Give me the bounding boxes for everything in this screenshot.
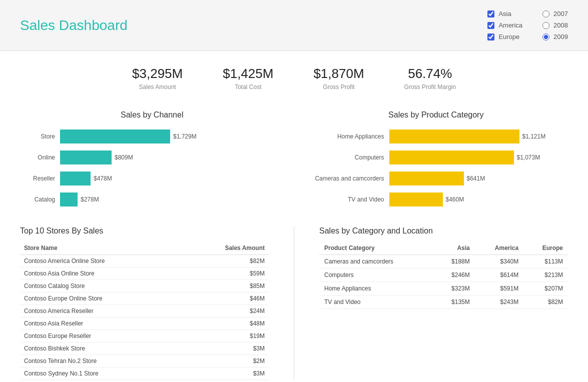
category-bar-fill-cameras xyxy=(389,172,464,186)
store-amount-cell: $48M xyxy=(182,318,269,330)
table-row: Home Appliances $323M $591M $207M xyxy=(319,282,568,296)
category-value-computers: $1,073M xyxy=(517,154,540,161)
america-checkbox[interactable] xyxy=(487,22,494,29)
kpi-row: $3,295M Sales Amount $1,425M Total Cost … xyxy=(20,66,568,90)
year-2009-label: 2009 xyxy=(553,33,568,40)
store-name-cell: Contoso America Online Store xyxy=(20,255,182,268)
channel-label-reseller: Reseller xyxy=(20,175,55,182)
store-name-cell: Contoso Europe Online Store xyxy=(20,292,182,305)
category-bar-tv: TV and Video $460M xyxy=(304,192,568,206)
year-2008-radio[interactable] xyxy=(542,22,549,29)
kpi-total-cost: $1,425M Total Cost xyxy=(223,66,273,90)
col-america: America xyxy=(475,242,523,255)
europe-checkbox[interactable] xyxy=(487,34,494,40)
category-value-appliances: $1,121M xyxy=(522,133,546,140)
europe-cell: $82M xyxy=(523,296,568,309)
store-name-cell: Contoso Asia Online Store xyxy=(20,268,182,280)
store-amount-cell: $2M xyxy=(182,355,269,368)
table-row: TV and Video $135M $243M $82M xyxy=(319,296,568,309)
category-chart-title: Sales by Product Category xyxy=(304,110,568,120)
channel-bar-store: Store $1,729M xyxy=(20,130,284,144)
year-filters: 2007 2008 2009 xyxy=(542,10,568,40)
channel-value-online: $809M xyxy=(115,154,133,161)
table-row: Contoso Asia Online Store $59M xyxy=(20,268,269,280)
channel-bar-online: Online $809M xyxy=(20,150,284,164)
filter-2007[interactable]: 2007 xyxy=(542,10,568,18)
kpi-profit-margin: 56.74% Gross Profit Margin xyxy=(404,66,456,90)
filter-asia[interactable]: Asia xyxy=(487,10,522,18)
store-amount-cell: $82M xyxy=(182,255,269,268)
filter-europe[interactable]: Europe xyxy=(487,33,522,40)
kpi-sales-label: Sales Amount xyxy=(132,84,183,90)
kpi-cost-value: $1,425M xyxy=(223,66,273,82)
category-bar-container-appliances: $1,121M xyxy=(389,130,568,144)
channel-label-catalog: Catalog xyxy=(20,196,55,203)
year-2007-radio[interactable] xyxy=(542,10,549,18)
channel-bar-catalog: Catalog $278M xyxy=(20,192,284,206)
filter-america[interactable]: America xyxy=(487,22,522,29)
kpi-profit-label: Gross Profit xyxy=(313,84,364,90)
filter-2009[interactable]: 2009 xyxy=(542,33,568,40)
channel-label-store: Store xyxy=(20,133,55,140)
kpi-profit-value: $1,870M xyxy=(313,66,364,82)
europe-cell: $207M xyxy=(523,282,568,296)
america-label: America xyxy=(498,22,522,29)
category-bar-fill-computers xyxy=(389,150,514,164)
store-amount-cell: $24M xyxy=(182,305,269,318)
channel-bar-container-store: $1,729M xyxy=(60,130,284,144)
channel-bar-fill-catalog xyxy=(60,192,78,206)
table-row: Contoso Bishkek Store $3M xyxy=(20,342,269,355)
category-value-tv: $460M xyxy=(446,196,464,203)
col-store-name: Store Name xyxy=(20,242,182,255)
table-row: Contoso Sydney No.1 Store $3M xyxy=(20,368,269,380)
america-cell: $340M xyxy=(475,255,523,268)
asia-cell: $323M xyxy=(434,282,475,296)
table-row: Contoso America Reseller $24M xyxy=(20,305,269,318)
sales-by-category-chart: Sales by Product Category Home Appliance… xyxy=(304,110,568,206)
channel-value-store: $1,729M xyxy=(173,133,197,140)
channel-bar-fill-online xyxy=(60,150,112,164)
table-row: Contoso Asia Reseller $48M xyxy=(20,318,269,330)
store-name-cell: Contoso America Reseller xyxy=(20,305,182,318)
channel-label-online: Online xyxy=(20,154,55,161)
year-2009-radio[interactable] xyxy=(542,34,549,40)
category-label-appliances: Home Appliances xyxy=(304,133,384,140)
store-amount-cell: $3M xyxy=(182,368,269,380)
europe-cell: $113M xyxy=(523,255,568,268)
region-filters: Asia America Europe xyxy=(487,10,522,40)
store-amount-cell: $59M xyxy=(182,268,269,280)
category-label-cameras: Cameras and camcorders xyxy=(304,175,384,182)
america-cell: $243M xyxy=(475,296,523,309)
category-bar-cameras: Cameras and camcorders $641M xyxy=(304,172,568,186)
europe-label: Europe xyxy=(498,33,519,40)
asia-checkbox[interactable] xyxy=(487,10,494,18)
channel-value-reseller: $478M xyxy=(94,175,112,182)
table-row: Contoso Catalog Store $85M xyxy=(20,280,269,292)
asia-cell: $188M xyxy=(434,255,475,268)
sales-by-channel-chart: Sales by Channel Store $1,729M Online $8… xyxy=(20,110,284,206)
category-location-section: Sales by Category and Location Product C… xyxy=(319,226,568,380)
section-divider xyxy=(294,226,294,380)
category-cell: Home Appliances xyxy=(319,282,434,296)
kpi-cost-label: Total Cost xyxy=(223,84,273,90)
category-bar-chart: Home Appliances $1,121M Computers $1,073… xyxy=(304,130,568,206)
category-label-computers: Computers xyxy=(304,154,384,161)
table-row: Contoso Tehran No.2 Store $2M xyxy=(20,355,269,368)
filters-panel: Asia America Europe 2007 2008 2009 xyxy=(487,10,568,40)
category-bar-container-cameras: $641M xyxy=(389,172,568,186)
top-stores-body: Contoso America Online Store $82M Contos… xyxy=(20,255,269,380)
category-label-tv: TV and Video xyxy=(304,196,384,203)
asia-cell: $246M xyxy=(434,268,475,282)
store-name-cell: Contoso Europe Reseller xyxy=(20,330,182,342)
category-bar-appliances: Home Appliances $1,121M xyxy=(304,130,568,144)
kpi-margin-label: Gross Profit Margin xyxy=(404,84,456,90)
table-row: Contoso Europe Online Store $46M xyxy=(20,292,269,305)
category-location-title: Sales by Category and Location xyxy=(319,226,568,236)
europe-cell: $213M xyxy=(523,268,568,282)
top-stores-section: Top 10 Stores By Sales Store Name Sales … xyxy=(20,226,269,380)
filter-2008[interactable]: 2008 xyxy=(542,22,568,29)
channel-bar-fill-reseller xyxy=(60,172,91,186)
top-stores-table: Store Name Sales Amount Contoso America … xyxy=(20,242,269,380)
header: Sales Dashboard Asia America Europe 2007 xyxy=(0,0,588,51)
col-product-category: Product Category xyxy=(319,242,434,255)
